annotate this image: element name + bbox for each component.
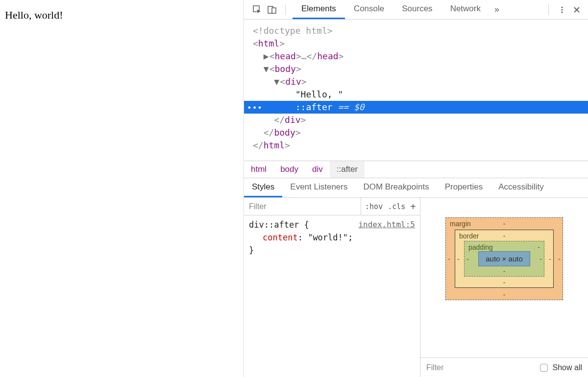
breadcrumb-item[interactable]: ::after <box>330 161 365 178</box>
styles-area: :hov .cls + index.html:5 div::after { co… <box>244 198 588 377</box>
show-all-checkbox[interactable] <box>540 364 548 372</box>
devtools-panel: Elements Console Sources Network » <!doc… <box>244 0 588 377</box>
elements-dom-tree[interactable]: <!doctype html><html> ▶<head>…</head> ▼<… <box>244 20 588 161</box>
dom-node[interactable]: ▼<body> <box>244 63 588 75</box>
dom-node[interactable]: </html> <box>244 139 588 152</box>
tab-sources[interactable]: Sources <box>393 0 441 19</box>
boxmodel-padding-label: padding <box>468 243 493 251</box>
subtab-properties[interactable]: Properties <box>437 178 490 197</box>
cls-toggle[interactable]: .cls <box>388 202 405 211</box>
kebab-menu-icon[interactable] <box>556 3 568 16</box>
boxmodel-margin-label: margin <box>450 220 471 228</box>
svg-point-3 <box>561 6 563 8</box>
devtools-toolbar: Elements Console Sources Network » <box>244 0 588 20</box>
svg-point-5 <box>561 11 563 13</box>
breadcrumb: htmlbodydiv::after <box>244 161 588 178</box>
rendered-page: Hello, world! <box>0 0 244 377</box>
tab-elements[interactable]: Elements <box>293 0 345 19</box>
rule-source-link[interactable]: index.html:5 <box>358 218 415 231</box>
dom-node[interactable]: "Hello, " <box>244 88 588 101</box>
rule-close-brace: } <box>249 245 254 255</box>
tab-console[interactable]: Console <box>345 0 393 19</box>
tab-network[interactable]: Network <box>441 0 490 19</box>
dom-node[interactable]: ▶<head>…</head> <box>244 50 588 63</box>
show-all-label: Show all <box>553 363 582 372</box>
dom-node[interactable]: </div> <box>244 114 588 126</box>
styles-rules-pane: :hov .cls + index.html:5 div::after { co… <box>244 198 420 377</box>
inspect-icon[interactable] <box>251 3 264 16</box>
box-model-diagram[interactable]: margin - - - - border - - - - padding <box>420 198 588 357</box>
subtab-accessibility[interactable]: Accessibility <box>490 178 552 197</box>
more-tabs-icon[interactable]: » <box>491 4 502 15</box>
boxmodel-content: auto × auto <box>478 251 530 266</box>
dom-node[interactable]: ••• ::after == $0 <box>244 101 588 114</box>
rule-value[interactable]: "world!" <box>308 233 348 242</box>
toolbar-separator <box>548 4 549 15</box>
subtab-styles[interactable]: Styles <box>244 178 282 197</box>
styles-filter-input[interactable] <box>244 198 361 215</box>
breadcrumb-item[interactable]: body <box>273 161 305 178</box>
dom-node[interactable]: ▼<div> <box>244 75 588 88</box>
subtab-dom-breakpoints[interactable]: DOM Breakpoints <box>355 178 437 197</box>
new-rule-icon[interactable]: + <box>410 202 416 212</box>
hov-toggle[interactable]: :hov <box>365 202 383 211</box>
rule-property[interactable]: content <box>263 233 298 242</box>
toolbar-separator <box>285 4 286 15</box>
breadcrumb-item[interactable]: div <box>305 161 330 178</box>
computed-filter-input[interactable] <box>426 363 535 372</box>
dom-node[interactable]: </body> <box>244 126 588 139</box>
styles-filter-buttons: :hov .cls + <box>361 198 420 215</box>
rule-selector: div::after { <box>249 220 309 230</box>
breadcrumb-item[interactable]: html <box>244 161 273 178</box>
boxmodel-border-label: border <box>459 232 479 240</box>
computed-pane: margin - - - - border - - - - padding <box>420 198 588 377</box>
svg-rect-2 <box>272 8 276 13</box>
css-rule[interactable]: index.html:5 div::after { content: "worl… <box>244 215 420 259</box>
dom-node[interactable]: <html> <box>244 37 588 50</box>
subtab-event-listeners[interactable]: Event Listeners <box>282 178 355 197</box>
device-toggle-icon[interactable] <box>266 3 278 16</box>
computed-filter-bar: Show all <box>420 357 588 377</box>
page-text: Hello, world! <box>5 9 63 21</box>
styles-subtabs: StylesEvent ListenersDOM BreakpointsProp… <box>244 178 588 198</box>
dom-node[interactable]: <!doctype html> <box>244 24 588 37</box>
styles-filter-row: :hov .cls + <box>244 198 420 215</box>
svg-point-4 <box>561 9 563 10</box>
devtools-tabs: Elements Console Sources Network <box>293 0 490 19</box>
close-icon[interactable] <box>570 3 583 16</box>
